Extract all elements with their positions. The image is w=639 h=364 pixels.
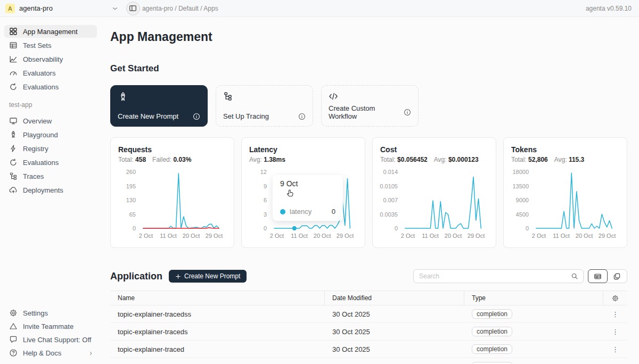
create-new-prompt-card[interactable]: Create New Prompt [110, 85, 208, 127]
chat-icon [9, 335, 18, 344]
create-new-prompt-button[interactable]: Create New Prompt [169, 270, 247, 283]
column-settings[interactable] [603, 294, 627, 302]
sidebar-project-label: test-app [9, 101, 92, 109]
table-row[interactable]: topic-explainer-traceds 30 Oct 2025 comp… [110, 323, 627, 341]
chevron-down-icon[interactable] [111, 5, 119, 12]
column-header-type: Type [464, 291, 603, 305]
chart-title: Tokens [511, 145, 619, 154]
series-dot [280, 209, 285, 214]
sidebar-item-playground[interactable]: Playground [4, 128, 97, 141]
sidebar-item-overview[interactable]: Overview [4, 114, 97, 127]
card-view-icon [613, 272, 621, 280]
sidebar-item-label: Evaluations [23, 83, 59, 91]
sidebar-item-settings[interactable]: Settings [4, 307, 97, 319]
main-content: App Management Get Started Create New Pr… [101, 17, 639, 364]
plus-icon [175, 274, 181, 279]
table-row[interactable]: career-assessment 27 Oct 2025 completion… [110, 358, 627, 364]
sidebar-item-evaluators[interactable]: Evaluators [4, 67, 97, 79]
app-date-modified: 30 Oct 2025 [325, 328, 464, 336]
starter-card-label: Create Custom Workflow [329, 104, 404, 120]
sidebar-item-label: Invite Teammate [23, 322, 73, 330]
cost-chart: 0.0140.01050.0070.003502 Oct11 Oct20 Oct… [380, 169, 488, 239]
app-name: topic-explainer-traceds [110, 328, 325, 336]
sidebar-item-label: Overview [23, 117, 52, 125]
sidebar-item-label: App Management [23, 28, 78, 36]
tree-icon [223, 92, 306, 101]
chart-title: Cost [380, 145, 488, 154]
sidebar-item-app-management[interactable]: App Management [4, 25, 97, 38]
code-icon [329, 92, 411, 101]
row-menu-button[interactable]: ⋮ [603, 345, 627, 353]
table-view-button[interactable] [588, 269, 608, 283]
bolt-icon [9, 144, 18, 153]
sidebar-item-label: Observability [23, 55, 63, 63]
card-view-button[interactable] [607, 270, 627, 283]
sidebar-item-traces[interactable]: Traces [4, 170, 97, 183]
starter-card-label: Set Up Tracing [223, 112, 269, 120]
sidebar-item-deployments[interactable]: Deployments [4, 184, 97, 196]
app-name: topic-explainer-traced [110, 345, 325, 353]
gauge-icon [9, 69, 18, 77]
set-up-tracing-card[interactable]: Set Up Tracing [216, 85, 313, 127]
chart-title: Requests [118, 145, 226, 154]
type-badge: completion [472, 309, 512, 319]
table-row[interactable]: topic-explainer-tracedss 30 Oct 2025 com… [110, 305, 627, 323]
tokens-card: Tokens Total: 52,806 Avg: 115.3 18000135… [503, 137, 627, 248]
sidebar-item-live-chat[interactable]: Live Chat Support: Off [4, 333, 97, 346]
chart-tooltip: 9 Oct latency 0 [273, 175, 343, 221]
sidebar-item-registry[interactable]: Registry [4, 142, 97, 155]
gear-icon [611, 294, 619, 302]
info-icon[interactable] [298, 113, 306, 120]
refresh-circle-icon [9, 158, 18, 167]
breadcrumb[interactable]: agenta-pro / Default / Apps [142, 5, 218, 12]
type-badge: completion [472, 362, 512, 364]
sidebar-item-observability[interactable]: Observability [4, 53, 97, 65]
sidebar-item-label: Live Chat Support: Off [23, 336, 91, 344]
row-menu-button[interactable]: ⋮ [603, 328, 627, 336]
search-box [413, 269, 584, 283]
hand-cursor-icon [285, 189, 294, 198]
sidebar: App Management Test Sets Observability E… [0, 17, 101, 364]
sidebar-item-label: Registry [23, 145, 48, 153]
type-badge: completion [472, 327, 512, 336]
create-custom-workflow-card[interactable]: Create Custom Workflow [321, 85, 419, 127]
row-menu-button[interactable]: ⋮ [603, 310, 627, 318]
sidebar-item-evaluations[interactable]: Evaluations [4, 80, 97, 93]
info-icon[interactable] [193, 113, 200, 120]
get-started-title: Get Started [110, 63, 627, 74]
tooltip-series-name: latency [290, 208, 312, 216]
metrics-cards: Requests Total: 458 Failed: 0.03% 260195… [110, 137, 627, 248]
sidebar-item-label: Test Sets [23, 42, 51, 49]
grid-icon [9, 27, 18, 36]
view-toggle [588, 269, 627, 283]
info-icon[interactable] [404, 109, 411, 116]
latency-card: Latency Avg: 1.38ms 1296302 Oct11 Oct20 … [241, 137, 365, 248]
table-row[interactable]: topic-explainer-traced 30 Oct 2025 compl… [110, 341, 627, 358]
get-started-cards: Create New Prompt Set Up Tracing Create … [110, 85, 627, 127]
table-view-icon [594, 272, 602, 280]
search-icon[interactable] [566, 270, 583, 283]
column-header-date-modified: Date Modified [325, 291, 464, 305]
rocket-icon [118, 92, 200, 102]
tokens-chart: 18000135009000450002 Oct11 Oct20 Oct29 O… [511, 169, 619, 239]
triangle-icon [9, 322, 18, 330]
rocket-icon [9, 130, 18, 139]
sidebar-toggle-button[interactable] [126, 2, 140, 15]
requests-card: Requests Total: 458 Failed: 0.03% 260195… [110, 137, 234, 248]
sidebar-item-label: Evaluators [23, 69, 55, 77]
chevron-right-icon: › [89, 349, 92, 357]
chart-stats: Total: 458 Failed: 0.03% [118, 156, 226, 163]
sidebar-item-evaluations-app[interactable]: Evaluations [4, 156, 97, 169]
chart-stats: Total: $0.056452 Avg: $0.000123 [380, 156, 488, 163]
sidebar-item-label: Help & Docs [23, 349, 61, 357]
sidebar-item-label: Playground [23, 131, 58, 139]
chart-line-icon [9, 55, 18, 63]
sidebar-item-test-sets[interactable]: Test Sets [4, 39, 97, 52]
tooltip-value: 0 [332, 208, 335, 216]
sidebar-item-help-docs[interactable]: Help & Docs › [4, 346, 97, 359]
sidebar-item-invite-teammate[interactable]: Invite Teammate [4, 320, 97, 333]
requests-chart: 2601951306502 Oct11 Oct20 Oct29 Oct [118, 169, 226, 239]
gear-icon [9, 309, 18, 317]
chart-stats: Avg: 1.38ms [249, 156, 357, 163]
search-input[interactable] [414, 272, 566, 280]
